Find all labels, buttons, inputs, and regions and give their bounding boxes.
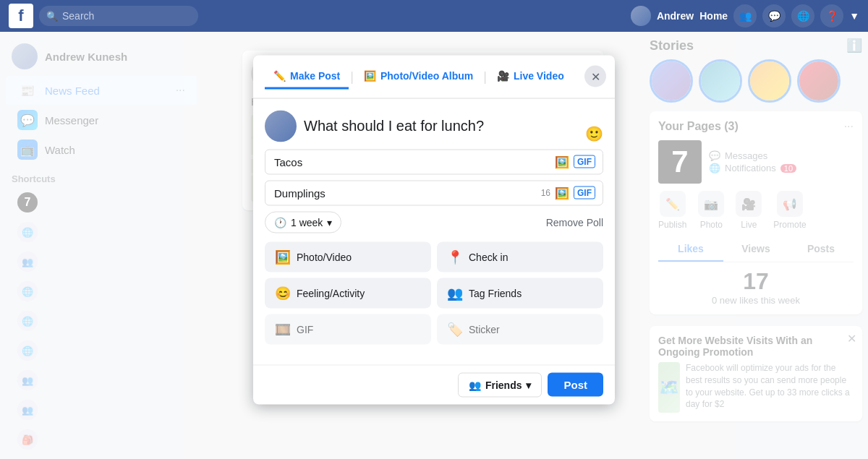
create-post-modal: ✏️ Make Post | 🖼️ Photo/Video Album | 🎥 … [253, 55, 615, 404]
poll-option-2[interactable]: Dumplings 16 🖼️ GIF [265, 180, 603, 205]
search-wrapper: 🔍 [39, 6, 198, 26]
messenger-icon-btn[interactable]: 💬 [762, 4, 786, 27]
live-video-icon: 🎥 [497, 69, 509, 81]
poll-option-2-gif-icon[interactable]: GIF [574, 186, 595, 200]
nav-user-name: Andrew [657, 10, 694, 22]
search-icon: 🔍 [46, 11, 58, 22]
poll-duration-label: 1 week [291, 216, 323, 228]
poll-char-count: 16 [541, 188, 550, 198]
poll-option-2-photo-icon[interactable]: 🖼️ [555, 186, 569, 200]
tab-make-post[interactable]: ✏️ Make Post [265, 64, 349, 89]
action-gif-label: GIF [297, 323, 313, 335]
poll-option-1-text: Tacos [274, 155, 302, 168]
poll-option-2-text: Dumplings [274, 186, 326, 199]
modal-poll: Tacos 🖼️ GIF Dumplings 16 🖼️ GIF 🕐 1 wee… [265, 149, 603, 233]
tab-photo-video-label: Photo/Video Album [380, 69, 473, 81]
action-feeling-label: Feeling/Activity [297, 287, 365, 299]
action-photo-video-label: Photo/Video [297, 251, 352, 262]
tab-live-video[interactable]: 🎥 Live Video [488, 64, 573, 89]
help-icon-btn[interactable]: ❓ [820, 4, 843, 27]
poll-option-1-gif-icon[interactable]: GIF [574, 155, 595, 168]
post-submit-btn[interactable]: Post [548, 373, 603, 397]
clock-icon: 🕐 [274, 216, 286, 228]
audience-selector-btn[interactable]: 👥 Friends ▾ [458, 372, 542, 397]
modal-footer: 👥 Friends ▾ Post [253, 364, 615, 404]
action-sticker-label: Sticker [469, 323, 500, 335]
nav-left: f 🔍 [9, 4, 198, 28]
action-checkin-btn[interactable]: 📍 Check in [437, 241, 603, 272]
poll-footer: 🕐 1 week ▾ Remove Poll [265, 211, 603, 233]
modal-post-input[interactable]: What should I eat for lunch? [304, 118, 578, 134]
friends-icon-btn[interactable]: 👥 [733, 4, 757, 27]
chevron-audience-icon: ▾ [526, 379, 531, 390]
action-tag-btn[interactable]: 👥 Tag Friends [437, 278, 603, 308]
action-feeling-btn[interactable]: 😊 Feeling/Activity [265, 278, 431, 308]
poll-option-1-photo-icon[interactable]: 🖼️ [555, 155, 569, 168]
action-photo-video-btn[interactable]: 🖼️ Photo/Video [265, 241, 431, 272]
nav-dropdown-btn[interactable]: ▼ [849, 10, 859, 22]
tab-photo-video[interactable]: 🖼️ Photo/Video Album [355, 64, 482, 89]
globe-icon-btn[interactable]: 🌐 [791, 4, 814, 27]
checkin-icon: 📍 [447, 249, 463, 265]
sticker-icon: 🏷️ [447, 321, 463, 337]
chevron-down-icon: ▾ [327, 216, 332, 228]
nav-avatar [631, 6, 651, 26]
poll-duration-btn[interactable]: 🕐 1 week ▾ [265, 211, 341, 233]
modal-header: ✏️ Make Post | 🖼️ Photo/Video Album | 🎥 … [253, 55, 615, 98]
nav-home-link[interactable]: Home [699, 10, 728, 22]
modal-close-btn[interactable]: ✕ [584, 66, 606, 87]
modal-body: What should I eat for lunch? 🙂 Tacos 🖼️ … [253, 98, 615, 364]
feeling-icon: 😊 [275, 285, 291, 301]
modal-user-avatar [265, 110, 297, 142]
search-input[interactable] [39, 6, 198, 26]
pencil-icon: ✏️ [273, 69, 286, 81]
emoji-btn[interactable]: 🙂 [585, 124, 603, 142]
poll-option-1[interactable]: Tacos 🖼️ GIF [265, 149, 603, 174]
tab-separator-1: | [350, 69, 354, 84]
friends-audience-icon: 👥 [469, 379, 481, 390]
modal-user-row: What should I eat for lunch? 🙂 [265, 110, 603, 142]
gif-icon: 🎞️ [275, 321, 291, 337]
photo-album-icon: 🖼️ [364, 69, 376, 81]
modal-avatar-img [265, 110, 297, 142]
tab-separator-2: | [483, 69, 487, 84]
photo-video-icon: 🖼️ [275, 249, 291, 265]
top-navigation: f 🔍 Andrew Home 👥 💬 🌐 ❓ ▼ [0, 0, 868, 32]
modal-actions-grid: 🖼️ Photo/Video 📍 Check in 😊 Feeling/Acti… [265, 241, 603, 344]
action-sticker-btn[interactable]: 🏷️ Sticker [437, 314, 603, 344]
action-gif-btn[interactable]: 🎞️ GIF [265, 314, 431, 344]
nav-right: Andrew Home 👥 💬 🌐 ❓ ▼ [631, 4, 859, 27]
poll-option-1-actions: 🖼️ GIF [555, 155, 595, 168]
remove-poll-btn[interactable]: Remove Poll [546, 216, 603, 228]
tag-icon: 👥 [447, 285, 463, 301]
action-tag-label: Tag Friends [469, 287, 522, 299]
audience-label: Friends [485, 379, 522, 390]
poll-option-2-actions: 16 🖼️ GIF [541, 186, 595, 200]
tab-make-post-label: Make Post [290, 69, 340, 81]
action-checkin-label: Check in [469, 251, 508, 262]
tab-live-video-label: Live Video [514, 69, 564, 81]
facebook-logo: f [9, 4, 33, 28]
